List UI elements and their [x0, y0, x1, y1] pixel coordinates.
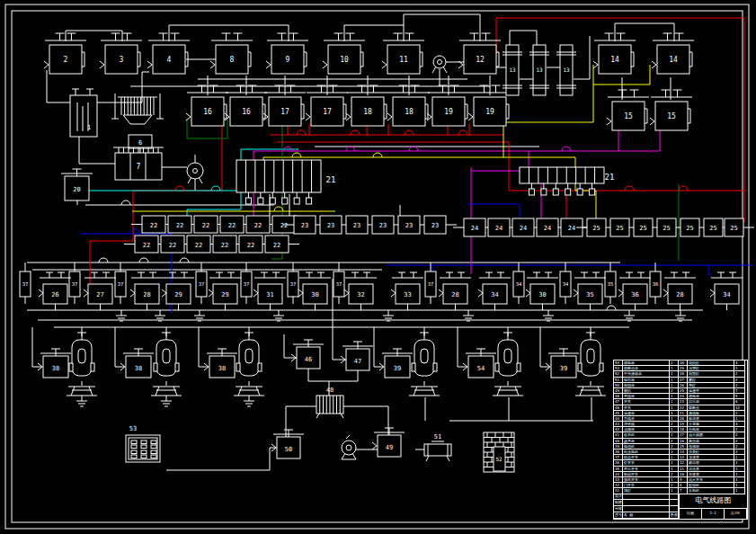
- pump-leg: [443, 67, 447, 73]
- block-stub-terminal: [307, 198, 312, 204]
- wire-crossover-bump: [121, 200, 130, 205]
- switch-contact-label: 36: [653, 281, 659, 287]
- horn-lever: [346, 435, 350, 439]
- base-leg: [414, 387, 417, 396]
- wire-crossover-bump: [458, 130, 467, 135]
- relay-box-label: 22: [247, 242, 254, 249]
- wire-w: [404, 14, 480, 41]
- switch-left-arrow: [253, 289, 258, 297]
- wire-crossover-bump: [562, 147, 571, 151]
- fuse-block-label: 7: [137, 163, 141, 171]
- wire-crossover-bump: [679, 186, 688, 191]
- device-label: 11: [399, 56, 408, 64]
- motor-flange: [236, 363, 240, 371]
- bom-footer-cell: 序号: [614, 512, 623, 519]
- device-label: 14: [669, 56, 678, 64]
- block-stub-terminal: [577, 189, 583, 195]
- switch-box-label: 29: [221, 291, 228, 298]
- cylinder-label: 51: [434, 433, 441, 441]
- relay-box-label: 25: [730, 225, 737, 232]
- motor-flange: [258, 363, 262, 371]
- wire-crossover-bump: [607, 306, 616, 310]
- switch-box-label: 27: [96, 291, 103, 298]
- switch-contact-label: 37: [336, 281, 342, 287]
- switch-box-label: 32: [357, 291, 364, 298]
- wire-crossover-bump: [99, 258, 108, 263]
- block-stub-terminal: [270, 198, 275, 204]
- motor-feed-wire: [115, 327, 124, 367]
- wire-w: [97, 72, 149, 102]
- wire-crossover-bump: [292, 153, 301, 157]
- cad-schematic-canvas: 2348910111214141616171718181919151513131…: [0, 0, 756, 534]
- relay-box-label: 24: [568, 225, 575, 232]
- switch-left-arrow: [478, 289, 483, 297]
- title-block-field: 比例: [680, 509, 702, 519]
- pump-circle-icon: [187, 163, 203, 179]
- switch-box-label: 30: [311, 291, 318, 298]
- wire-crossover-bump: [130, 229, 139, 234]
- base-leg: [431, 387, 435, 396]
- device-label: 10: [340, 56, 349, 64]
- motor-feed-wire: [374, 327, 383, 367]
- base-leg: [173, 387, 177, 396]
- motor-flange: [175, 363, 179, 371]
- switch-box-label: 28: [451, 291, 458, 298]
- cylinder-foot: [426, 456, 429, 461]
- wire-crossover-bump: [211, 186, 220, 191]
- wire-w: [79, 137, 115, 164]
- motor-body-icon: [414, 340, 434, 376]
- block-stub-terminal: [565, 189, 571, 195]
- wire-w: [510, 31, 537, 45]
- relay-box-label: 25: [639, 225, 646, 232]
- switch-box-label: 28: [143, 291, 150, 298]
- device-label: 17: [323, 108, 332, 116]
- device-left-arrow: [387, 113, 392, 120]
- wire-crossover-bump: [409, 147, 418, 151]
- device-label: 16: [203, 108, 212, 116]
- device-label: 3: [120, 56, 124, 64]
- device-label: 15: [667, 112, 676, 120]
- wire-w: [47, 70, 70, 102]
- motor-body-icon: [72, 340, 92, 376]
- switch-contact-label: 34: [516, 281, 522, 287]
- base-leg: [238, 387, 242, 396]
- device-left-arrow: [650, 118, 654, 125]
- wire-w: [166, 448, 277, 470]
- switch-left-arrow: [298, 289, 303, 297]
- resistor-label: 48: [326, 387, 334, 394]
- horn-circle-icon: [342, 441, 356, 455]
- bom-footer-cell: [623, 494, 670, 500]
- device-label: 15: [624, 112, 633, 120]
- tower-label: 13: [563, 67, 570, 73]
- relay-box-label: 24: [520, 225, 527, 232]
- device-label: 18: [363, 108, 372, 116]
- switch-contact-label: 37: [199, 281, 205, 287]
- wire-w: [66, 31, 122, 41]
- device-left-arrow: [607, 118, 611, 125]
- connector-block-label: 21: [605, 173, 615, 182]
- wire-crossover-bump: [175, 186, 184, 191]
- relay-box-label: 25: [616, 225, 623, 232]
- resistor-leg: [341, 414, 343, 418]
- motor-body-icon: [498, 340, 518, 376]
- device-left-arrow: [186, 113, 191, 120]
- wire-w: [615, 23, 674, 41]
- motor-flange: [69, 363, 73, 371]
- bom-footer-cell: 数量: [670, 512, 679, 519]
- bom-footer-cell: [670, 494, 679, 500]
- relay-box-label: 22: [169, 242, 176, 249]
- unit-box-label: 39: [394, 365, 401, 372]
- bom-rows: 54继电器230转向灯453熔断丝盒129示宽灯252中央接线盒128前照灯25…: [614, 360, 747, 494]
- switch-box-label: 26: [51, 291, 58, 298]
- switch-contact-label: 37: [428, 281, 434, 287]
- bom-footer-cell: [623, 506, 670, 512]
- bom-footer-cell: [623, 500, 670, 506]
- switch-left-arrow: [391, 289, 396, 297]
- motor-flange: [578, 363, 582, 371]
- unit-box-label: 54: [477, 365, 485, 372]
- device-label: 12: [476, 56, 485, 64]
- connector-block-label: 21: [326, 175, 336, 184]
- relay-box-label: 23: [405, 222, 413, 229]
- switch-contact-label: 37: [244, 281, 250, 287]
- device-label: 14: [610, 56, 619, 64]
